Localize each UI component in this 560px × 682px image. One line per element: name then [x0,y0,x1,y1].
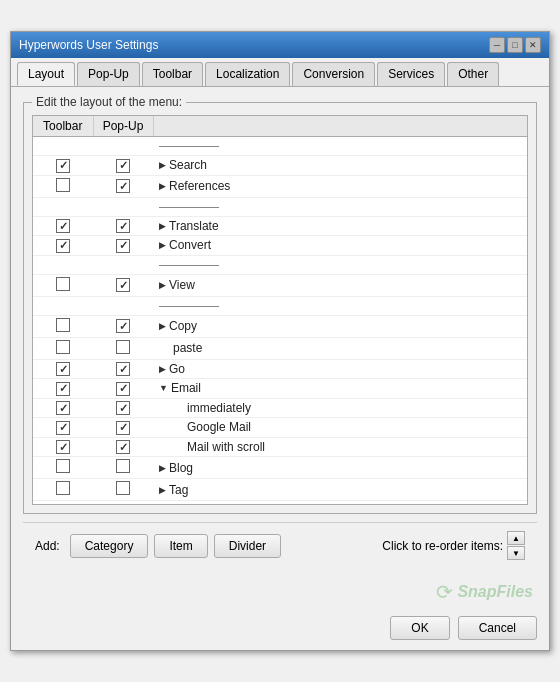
label-text: Mail with scroll [187,440,265,454]
layout-fieldset: Edit the layout of the menu: Toolbar Pop… [23,95,537,514]
popup-checkbox[interactable] [116,340,130,354]
item-label-cell: Mail with scroll [153,437,527,457]
toolbar-cell [33,337,93,359]
reorder-down-button[interactable]: ▼ [507,546,525,560]
label-text: View [169,278,195,292]
tab-popup[interactable]: Pop-Up [77,62,140,86]
window-body: Edit the layout of the menu: Toolbar Pop… [11,87,549,650]
popup-checkbox[interactable] [116,459,130,473]
divider-line [159,265,219,266]
item-label-cell: ▶Translate [153,216,527,236]
popup-cell [93,315,153,337]
add-label: Add: [35,539,60,553]
toolbar-checkbox[interactable] [56,382,70,396]
popup-checkbox[interactable] [116,481,130,495]
footer-bar: OK Cancel [11,610,549,650]
tab-services[interactable]: Services [377,62,445,86]
popup-cell [93,398,153,418]
tab-localization[interactable]: Localization [205,62,290,86]
cancel-button[interactable]: Cancel [458,616,537,640]
window-title: Hyperwords User Settings [19,38,158,52]
item-label: Mail with scroll [187,440,523,454]
table-row: Google Mail [33,418,527,438]
tab-other[interactable]: Other [447,62,499,86]
popup-checkbox[interactable] [116,440,130,454]
popup-checkbox[interactable] [116,179,130,193]
item-label-cell [153,255,527,274]
label-text: Email [171,381,201,395]
toolbar-cell [33,359,93,379]
maximize-button[interactable]: □ [507,37,523,53]
popup-cell [93,379,153,399]
table-row: ▶Blog [33,457,527,479]
toolbar-cell [33,418,93,438]
toolbar-cell [33,236,93,256]
divider-line [159,306,219,307]
ok-button[interactable]: OK [390,616,449,640]
tab-layout[interactable]: Layout [17,62,75,86]
label-text: Tag [169,483,188,497]
popup-cell [93,197,153,216]
popup-checkbox[interactable] [116,219,130,233]
close-button[interactable]: ✕ [525,37,541,53]
label-text: Go [169,362,185,376]
toolbar-checkbox[interactable] [56,340,70,354]
popup-checkbox[interactable] [116,319,130,333]
popup-checkbox[interactable] [116,239,130,253]
popup-cell [93,274,153,296]
toolbar-checkbox[interactable] [56,318,70,332]
toolbar-checkbox[interactable] [56,362,70,376]
arrow-icon: ▶ [159,280,166,290]
table-row: ▶References [33,175,527,197]
snapfiles-logo: ⟳ SnapFiles [436,580,533,604]
toolbar-checkbox[interactable] [56,219,70,233]
tab-conversion[interactable]: Conversion [292,62,375,86]
toolbar-checkbox[interactable] [56,159,70,173]
popup-checkbox[interactable] [116,421,130,435]
popup-cell [93,359,153,379]
toolbar-checkbox[interactable] [56,459,70,473]
toolbar-checkbox[interactable] [56,239,70,253]
menu-table: Toolbar Pop-Up ▶Search▶References▶Transl… [33,116,527,505]
popup-checkbox[interactable] [116,278,130,292]
item-label: ▶Search [159,158,523,172]
popup-checkbox[interactable] [116,159,130,173]
toolbar-checkbox[interactable] [56,421,70,435]
arrow-icon: ▶ [159,321,166,331]
item-label-cell: immediately [153,398,527,418]
item-button[interactable]: Item [154,534,207,558]
toolbar-checkbox[interactable] [56,481,70,495]
table-row: immediately [33,398,527,418]
col-popup: Pop-Up [93,116,153,137]
label-text: References [169,179,230,193]
item-label-cell [153,296,527,315]
toolbar-cell [33,379,93,399]
popup-checkbox[interactable] [116,401,130,415]
table-row [33,296,527,315]
minimize-button[interactable]: ─ [489,37,505,53]
title-bar-buttons: ─ □ ✕ [489,37,541,53]
toolbar-cell [33,216,93,236]
toolbar-checkbox[interactable] [56,178,70,192]
divider-button[interactable]: Divider [214,534,281,558]
item-label: ▶References [159,179,523,193]
menu-table-container[interactable]: Toolbar Pop-Up ▶Search▶References▶Transl… [32,115,528,505]
reorder-label: Click to re-order items: [382,539,503,553]
popup-cell [93,175,153,197]
toolbar-checkbox[interactable] [56,440,70,454]
popup-checkbox[interactable] [116,382,130,396]
table-row: ▶Convert [33,236,527,256]
reorder-up-button[interactable]: ▲ [507,531,525,545]
item-label-cell [153,197,527,216]
item-label: ▼Email [159,381,523,395]
col-toolbar: Toolbar [33,116,93,137]
label-text: Translate [169,219,219,233]
item-label: paste [173,341,523,355]
label-text: Blog [169,461,193,475]
toolbar-checkbox[interactable] [56,277,70,291]
divider-line [159,146,219,147]
toolbar-checkbox[interactable] [56,401,70,415]
tab-toolbar[interactable]: Toolbar [142,62,203,86]
popup-checkbox[interactable] [116,362,130,376]
category-button[interactable]: Category [70,534,149,558]
